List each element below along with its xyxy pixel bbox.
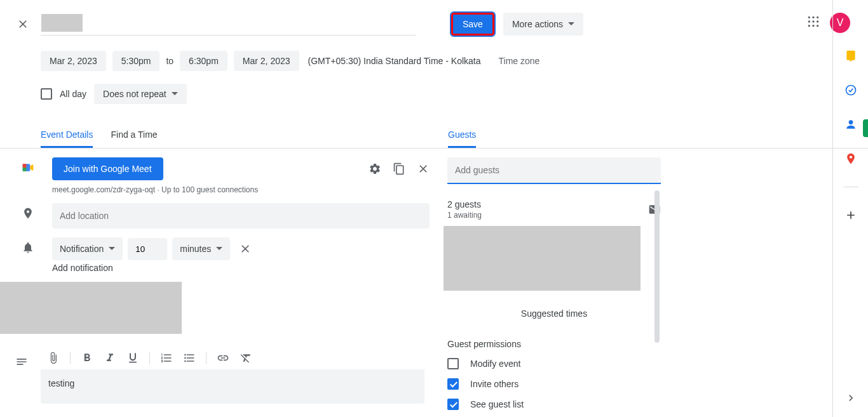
guest-awaiting: 1 awaiting [447, 211, 663, 220]
keep-icon[interactable] [844, 50, 857, 62]
modify-event-checkbox[interactable] [447, 358, 459, 369]
see-guest-list-checkbox[interactable] [447, 399, 459, 410]
tasks-icon[interactable] [844, 84, 857, 96]
separator [70, 352, 71, 364]
redacted-block [444, 226, 641, 291]
remove-notification-icon[interactable] [235, 242, 255, 255]
underline-icon[interactable] [126, 352, 139, 364]
event-title-input[interactable] [41, 13, 416, 36]
maps-icon[interactable] [844, 152, 857, 165]
separator [206, 352, 207, 364]
link-icon[interactable] [217, 352, 229, 364]
start-date-chip[interactable]: Mar 2, 2023 [41, 51, 106, 71]
more-actions-label: More actions [512, 19, 563, 29]
svg-point-5 [817, 17, 818, 18]
redacted-block [0, 282, 182, 334]
meet-settings-icon[interactable] [369, 162, 381, 175]
attach-icon[interactable] [47, 352, 60, 364]
copy-icon[interactable] [393, 162, 405, 175]
add-addon-icon[interactable] [844, 209, 857, 222]
to-label: to [166, 56, 173, 66]
close-icon[interactable] [15, 17, 31, 32]
italic-icon[interactable] [104, 352, 116, 364]
guest-permissions-title: Guest permissions [447, 339, 663, 349]
svg-rect-1 [23, 164, 27, 168]
scrollbar[interactable] [654, 190, 660, 343]
contacts-icon[interactable] [844, 118, 857, 131]
svg-point-13 [846, 86, 855, 95]
see-guest-list-label: See guest list [470, 399, 524, 409]
side-panel-collapse-icon[interactable] [844, 392, 857, 404]
redacted-block [41, 14, 83, 32]
join-meet-button[interactable]: Join with Google Meet [52, 157, 163, 180]
svg-rect-2 [23, 168, 27, 171]
notification-unit-dropdown[interactable]: minutes [172, 237, 230, 260]
more-actions-button[interactable]: More actions [503, 13, 583, 36]
svg-point-8 [817, 20, 818, 22]
notification-type-label: Notification [60, 244, 104, 254]
svg-rect-12 [846, 51, 855, 60]
notification-icon [15, 237, 41, 254]
modify-event-label: Modify event [470, 359, 520, 369]
chevron-down-icon [568, 22, 574, 29]
invite-others-label: Invite others [470, 379, 519, 389]
tab-guests[interactable]: Guests [448, 129, 476, 148]
allday-label: All day [60, 89, 86, 99]
notification-type-dropdown[interactable]: Notification [52, 237, 123, 260]
add-guests-input[interactable] [447, 157, 661, 184]
bold-icon[interactable] [81, 352, 93, 364]
svg-point-7 [812, 20, 814, 22]
description-text[interactable]: testing [41, 369, 424, 404]
add-notification-link[interactable]: Add notification [52, 263, 447, 273]
start-time-chip[interactable]: 5:30pm [112, 51, 160, 71]
tab-find-a-time[interactable]: Find a Time [111, 129, 157, 148]
repeat-label: Does not repeat [103, 89, 166, 99]
end-time-chip[interactable]: 6:30pm [180, 51, 227, 71]
svg-point-14 [848, 120, 853, 124]
separator [843, 187, 858, 187]
separator [149, 352, 150, 364]
active-addon-indicator [863, 119, 868, 137]
remove-meet-icon[interactable] [417, 162, 430, 175]
location-icon [15, 203, 41, 220]
guest-count: 2 guests [447, 199, 663, 209]
timezone-text: (GMT+05:30) India Standard Time - Kolkat… [308, 56, 481, 66]
tab-event-details[interactable]: Event Details [41, 129, 93, 148]
location-input[interactable] [52, 203, 430, 228]
clear-format-icon[interactable] [240, 352, 252, 364]
allday-checkbox[interactable] [41, 88, 52, 100]
meet-subtext: meet.google.com/zdr-zyga-oqt · Up to 100… [52, 185, 447, 194]
svg-point-11 [817, 25, 818, 27]
notification-unit-label: minutes [180, 244, 211, 254]
chevron-down-icon [216, 247, 222, 253]
svg-point-10 [812, 25, 814, 27]
bulleted-list-icon[interactable] [183, 352, 196, 364]
svg-point-15 [849, 156, 851, 158]
meet-icon [15, 157, 41, 174]
google-apps-icon[interactable] [807, 15, 820, 28]
description-icon [15, 355, 28, 368]
notification-value-input[interactable] [128, 238, 167, 260]
invite-others-checkbox[interactable] [447, 378, 459, 390]
suggested-times-link[interactable]: Suggested times [447, 308, 661, 319]
save-button[interactable]: Save [451, 13, 494, 36]
numbered-list-icon[interactable] [160, 352, 173, 364]
svg-point-3 [808, 17, 810, 18]
chevron-down-icon [172, 92, 178, 98]
svg-point-6 [808, 20, 810, 22]
repeat-dropdown[interactable]: Does not repeat [94, 84, 187, 104]
chevron-down-icon [109, 247, 115, 253]
svg-point-4 [812, 17, 814, 18]
svg-point-9 [808, 25, 810, 27]
timezone-link[interactable]: Time zone [499, 56, 540, 66]
end-date-chip[interactable]: Mar 2, 2023 [234, 51, 299, 71]
